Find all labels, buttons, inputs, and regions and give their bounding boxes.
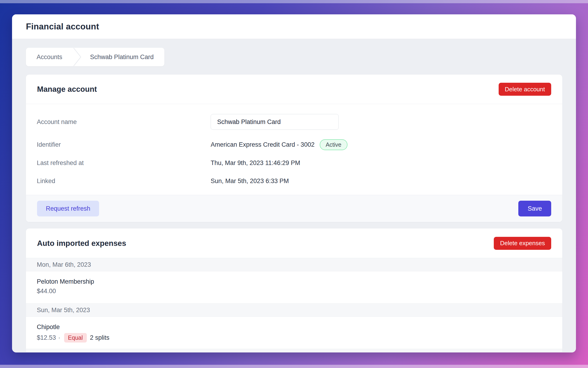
last-refreshed-value: Thu, Mar 9th, 2023 11:46:29 PM — [211, 159, 551, 167]
chevron-right-icon — [73, 48, 82, 66]
expenses-header: Auto imported expenses Delete expenses — [26, 229, 562, 258]
expense-date-header: Mon, Mar 6th, 2023 — [26, 258, 562, 271]
manage-account-card: Manage account Delete account Account na… — [26, 75, 562, 222]
expense-amount: $44.00 — [37, 288, 56, 295]
expense-date-header: Sun, Mar 5th, 2023 — [26, 304, 562, 317]
manage-account-form: Account name Identifier American Express… — [26, 104, 562, 195]
expenses-title: Auto imported expenses — [37, 239, 126, 248]
identifier-value: American Express Credit Card - 3002 — [211, 141, 315, 148]
manage-account-header: Manage account Delete account — [26, 75, 562, 104]
form-row-last-refreshed: Last refreshed at Thu, Mar 9th, 2023 11:… — [37, 157, 551, 168]
identifier-label: Identifier — [37, 141, 211, 148]
financial-account-panel: Financial account Accounts Schwab Platin… — [12, 14, 576, 352]
expense-name: Peloton Membership — [37, 278, 552, 285]
page-title: Financial account — [26, 22, 99, 31]
form-row-account-name: Account name — [37, 114, 551, 130]
manage-account-footer: Request refresh Save — [26, 195, 562, 222]
breadcrumb-item-accounts[interactable]: Accounts — [26, 48, 73, 66]
account-name-label: Account name — [37, 119, 211, 126]
form-row-linked: Linked Sun, Mar 5th, 2023 6:33 PM — [37, 175, 551, 186]
linked-value: Sun, Mar 5th, 2023 6:33 PM — [211, 177, 551, 185]
request-refresh-button[interactable]: Request refresh — [37, 201, 99, 216]
linked-label: Linked — [37, 177, 211, 185]
delete-account-button[interactable]: Delete account — [499, 83, 551, 96]
split-count: 2 splits — [90, 334, 109, 341]
dot-separator: · — [58, 334, 61, 341]
delete-expenses-button[interactable]: Delete expenses — [494, 237, 551, 250]
panel-header: Financial account — [12, 14, 576, 39]
auto-imported-expenses-card: Auto imported expenses Delete expenses M… — [26, 229, 562, 352]
status-badge-active: Active — [320, 139, 347, 150]
expense-name: Chipotle — [37, 323, 552, 331]
save-button[interactable]: Save — [518, 201, 551, 216]
form-row-identifier: Identifier American Express Credit Card … — [37, 139, 551, 150]
account-name-input[interactable] — [211, 114, 339, 130]
manage-account-title: Manage account — [37, 85, 97, 94]
desktop-edge-glow-top — [0, 0, 588, 3]
expense-list-item-chipotle[interactable]: Chipotle $12.53 · Equal 2 splits — [26, 317, 562, 349]
expense-list-item-peloton[interactable]: Peloton Membership $44.00 — [26, 271, 562, 304]
next-row-clipped — [26, 349, 562, 352]
breadcrumb-item-current-account[interactable]: Schwab Platinum Card — [82, 48, 164, 66]
split-type-badge: Equal — [64, 333, 87, 342]
last-refreshed-label: Last refreshed at — [37, 159, 211, 167]
panel-body: Accounts Schwab Platinum Card Manage acc… — [12, 39, 576, 352]
expense-amount: $12.53 — [37, 334, 56, 341]
desktop-edge-glow-bottom — [0, 365, 588, 368]
breadcrumb: Accounts Schwab Platinum Card — [26, 48, 164, 66]
